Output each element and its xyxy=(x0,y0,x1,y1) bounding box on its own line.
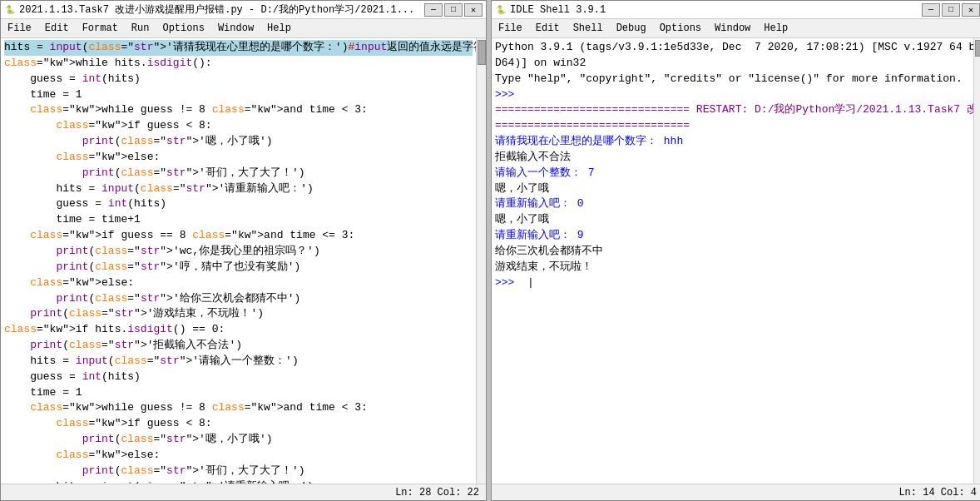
menu-run[interactable]: Run xyxy=(125,21,156,36)
code-line: class="kw">while hits.isdigit(): xyxy=(4,56,473,72)
shell-menu-bar: File Edit Shell Debug Options Window Hel… xyxy=(492,19,980,38)
code-line: time = time+1 xyxy=(4,212,473,228)
shell-line: >>> | xyxy=(495,275,970,291)
editor-window-controls: — □ ✕ xyxy=(424,3,483,17)
code-line: print(class="str">'嗯，小了哦') xyxy=(4,134,473,150)
shell-menu-debug[interactable]: Debug xyxy=(610,21,653,36)
code-line: class="kw">if hits.isdigit() == 0: xyxy=(4,322,473,338)
code-line: print(class="str">'哥们，大了大了！') xyxy=(4,464,473,479)
shell-line: Type "help", "copyright", "credits" or "… xyxy=(495,72,970,87)
shell-scrollbar[interactable] xyxy=(973,38,980,484)
shell-line: 请猜我现在心里想的是哪个数字： hhh xyxy=(495,134,970,150)
editor-scrollbar[interactable] xyxy=(476,38,486,484)
code-line: time = 1 xyxy=(4,87,473,103)
close-button[interactable]: ✕ xyxy=(464,3,483,17)
code-line: class="kw">else: xyxy=(4,275,473,291)
editor-icon: 🐍 xyxy=(4,4,16,16)
shell-status: Ln: 14 Col: 4 xyxy=(898,487,977,499)
maximize-button[interactable]: □ xyxy=(444,3,463,17)
shell-menu-options[interactable]: Options xyxy=(653,21,708,36)
code-line: print(class="str">'拒截输入不合法') xyxy=(4,338,473,354)
code-line: print(class="str">'嗯，小了哦') xyxy=(4,432,473,448)
code-line: print(class="str">'wc,你是我心里的祖宗吗？') xyxy=(4,244,473,260)
shell-window-controls: — □ ✕ xyxy=(922,3,980,17)
code-line: class="kw">while guess != 8 class="kw">a… xyxy=(4,102,473,118)
shell-line: ============================== RESTART: … xyxy=(495,102,970,118)
shell-window: 🐍 IDLE Shell 3.9.1 — □ ✕ File Edit Shell… xyxy=(491,0,980,501)
shell-title-bar: 🐍 IDLE Shell 3.9.1 — □ ✕ xyxy=(492,1,980,19)
shell-output[interactable]: Python 3.9.1 (tags/v3.9.1:1e5d33e, Dec 7… xyxy=(492,38,973,484)
minimize-button[interactable]: — xyxy=(424,3,443,17)
shell-line: 请重新输入吧： 0 xyxy=(495,196,970,212)
code-line: hits = input(class="str">'请重新输入吧：') xyxy=(4,181,473,197)
code-line: print(class="str">'游戏结束，不玩啦！') xyxy=(4,306,473,322)
code-line: class="kw">else: xyxy=(4,150,473,166)
editor-status: Ln: 28 Col: 22 xyxy=(395,487,479,499)
shell-icon: 🐍 xyxy=(495,4,507,16)
shell-line: 请输入一个整数： 7 xyxy=(495,166,970,181)
shell-line: Python 3.9.1 (tags/v3.9.1:1e5d33e, Dec 7… xyxy=(495,40,970,56)
menu-file[interactable]: File xyxy=(1,21,38,36)
shell-line: 嗯，小了哦 xyxy=(495,181,970,197)
code-line: class="kw">if guess < 8: xyxy=(4,118,473,134)
code-line: time = 1 xyxy=(4,385,473,401)
shell-close-button[interactable]: ✕ xyxy=(962,3,980,17)
shell-title: IDLE Shell 3.9.1 xyxy=(510,4,606,16)
shell-line: D64)] on win32 xyxy=(495,56,970,72)
code-line: guess = int(hits) xyxy=(4,370,473,385)
menu-window[interactable]: Window xyxy=(211,21,260,36)
code-line: guess = int(hits) xyxy=(4,72,473,87)
editor-window: 🐍 2021.1.13.Task7 改进小游戏提醒用户报错.py - D:/我的… xyxy=(0,0,487,501)
code-line: class="kw">while guess != 8 class="kw">a… xyxy=(4,400,473,416)
shell-menu-window[interactable]: Window xyxy=(708,21,757,36)
shell-line: 游戏结束，不玩啦！ xyxy=(495,260,970,275)
shell-line: 请重新输入吧： 9 xyxy=(495,228,970,244)
shell-menu-help[interactable]: Help xyxy=(757,21,794,36)
shell-minimize-button[interactable]: — xyxy=(922,3,940,17)
code-line: class="kw">if guess < 8: xyxy=(4,416,473,432)
code-editor[interactable]: hits = input(class="str">'请猜我现在心里想的是哪个数字… xyxy=(1,38,476,484)
code-line: class="kw">if guess == 8 class="kw">and … xyxy=(4,228,473,244)
shell-menu-file[interactable]: File xyxy=(492,21,529,36)
menu-options[interactable]: Options xyxy=(156,21,210,36)
code-line: hits = input(class="str">'请猜我现在心里想的是哪个数字… xyxy=(4,40,473,56)
code-line: guess = int(hits) xyxy=(4,196,473,212)
menu-format[interactable]: Format xyxy=(76,21,125,36)
shell-scroll-area: Python 3.9.1 (tags/v3.9.1:1e5d33e, Dec 7… xyxy=(492,38,980,484)
menu-edit[interactable]: Edit xyxy=(38,21,76,36)
code-line: print(class="str">'给你三次机会都猜不中') xyxy=(4,291,473,307)
editor-status-bar: Ln: 28 Col: 22 xyxy=(1,484,486,500)
code-line: hits = input(class="str">'请输入一个整数：') xyxy=(4,354,473,370)
code-line: print(class="str">'哥们，大了大了！') xyxy=(4,166,473,181)
code-line: hits = input(class="str">'请重新输入吧：') xyxy=(4,479,473,484)
shell-line: 拒截输入不合法 xyxy=(495,150,970,166)
code-line: class="kw">else: xyxy=(4,448,473,464)
shell-line: 给你三次机会都猜不中 xyxy=(495,244,970,260)
shell-status-bar: Ln: 14 Col: 4 xyxy=(492,484,980,500)
shell-line: 嗯，小了哦 xyxy=(495,212,970,228)
shell-menu-edit[interactable]: Edit xyxy=(529,21,567,36)
shell-line: ============================== xyxy=(495,118,970,134)
shell-maximize-button[interactable]: □ xyxy=(942,3,960,17)
editor-title: 2021.1.13.Task7 改进小游戏提醒用户报错.py - D:/我的Py… xyxy=(19,2,414,17)
editor-menu-bar: File Edit Format Run Options Window Help xyxy=(1,19,486,38)
editor-scroll-area: hits = input(class="str">'请猜我现在心里想的是哪个数字… xyxy=(1,38,486,484)
shell-line: >>> xyxy=(495,87,970,103)
menu-help[interactable]: Help xyxy=(260,21,298,36)
editor-title-bar: 🐍 2021.1.13.Task7 改进小游戏提醒用户报错.py - D:/我的… xyxy=(1,1,486,19)
shell-menu-shell[interactable]: Shell xyxy=(567,21,610,36)
code-line: print(class="str">'哼，猜中了也没有奖励') xyxy=(4,260,473,275)
